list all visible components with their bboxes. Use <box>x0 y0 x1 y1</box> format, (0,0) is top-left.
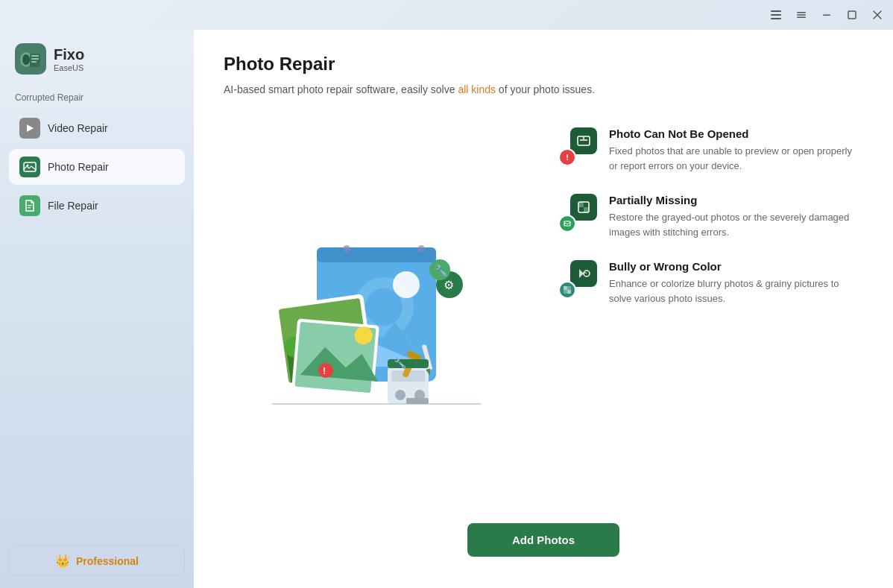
settings-icon[interactable] <box>769 8 783 22</box>
svg-rect-2 <box>771 18 781 19</box>
svg-rect-3 <box>797 12 806 13</box>
page-subtitle: AI-based smart photo repair software, ea… <box>224 82 863 98</box>
cannot-open-badge: ! <box>558 148 576 166</box>
app-logo <box>15 43 46 75</box>
feature-desc-partially-missing: Restore the grayed-out photos or the sev… <box>609 210 863 239</box>
sidebar-item-photo-repair[interactable]: Photo Repair <box>9 149 185 185</box>
app-body: Fixo EaseUS Corrupted Repair Video Repai… <box>0 30 893 588</box>
feature-icon-wrong-color <box>558 260 597 299</box>
feature-text-cannot-open: Photo Can Not Be Opened Fixed photos tha… <box>609 127 863 173</box>
wrong-color-badge <box>558 281 576 299</box>
menu-icon[interactable] <box>795 8 808 22</box>
svg-rect-65 <box>584 207 589 212</box>
wrong-color-icon-bg <box>570 260 597 287</box>
svg-point-42 <box>395 390 406 400</box>
feature-wrong-color: Bully or Wrong Color Enhance or colorize… <box>558 260 863 306</box>
svg-point-58 <box>343 245 350 253</box>
app-name: Fixo <box>54 46 84 63</box>
svg-text:🔧: 🔧 <box>435 265 448 277</box>
feature-icon-partially-missing <box>558 194 597 233</box>
maximize-icon[interactable] <box>845 8 859 22</box>
sidebar-footer: 👑 Professional <box>0 534 194 588</box>
svg-rect-1 <box>771 14 781 16</box>
subtitle-highlight: all kinds <box>458 83 496 95</box>
add-photos-area: Add Photos <box>224 523 863 564</box>
svg-marker-17 <box>27 124 34 132</box>
file-repair-icon <box>19 195 40 216</box>
photo-repair-icon <box>19 157 40 177</box>
professional-button[interactable]: 👑 Professional <box>9 546 185 576</box>
svg-rect-70 <box>564 290 567 294</box>
sidebar-item-video-repair[interactable]: Video Repair <box>9 110 185 146</box>
partially-missing-badge <box>558 215 576 233</box>
feature-title-partially-missing: Partially Missing <box>609 194 863 206</box>
video-repair-label: Video Repair <box>48 122 108 134</box>
feature-text-wrong-color: Bully or Wrong Color Enhance or colorize… <box>609 260 863 306</box>
content-area: 🔧 ⚙ 🔧 ! <box>224 120 863 508</box>
svg-rect-21 <box>28 207 31 208</box>
minimize-icon[interactable] <box>820 8 833 22</box>
svg-point-54 <box>318 363 333 378</box>
svg-point-28 <box>393 271 420 298</box>
svg-rect-64 <box>578 202 584 207</box>
svg-rect-14 <box>31 55 39 57</box>
logo-text: Fixo EaseUS <box>54 46 84 72</box>
feature-title-cannot-open: Photo Can Not Be Opened <box>609 127 863 140</box>
sidebar: Fixo EaseUS Corrupted Repair Video Repai… <box>0 30 194 588</box>
feature-icon-cannot-open: ! <box>558 127 597 166</box>
svg-text:!: ! <box>323 366 326 376</box>
crown-icon: 👑 <box>55 554 70 568</box>
photo-repair-label: Photo Repair <box>48 161 109 173</box>
svg-rect-68 <box>564 286 567 290</box>
feature-text-partially-missing: Partially Missing Restore the grayed-out… <box>609 194 863 239</box>
file-repair-label: File Repair <box>48 200 98 212</box>
svg-point-12 <box>22 54 30 65</box>
page-title: Photo Repair <box>224 54 863 75</box>
main-content: Photo Repair AI-based smart photo repair… <box>194 30 893 588</box>
titlebar <box>0 0 893 30</box>
close-icon[interactable] <box>871 8 884 22</box>
feature-title-wrong-color: Bully or Wrong Color <box>609 260 863 273</box>
partially-missing-icon-bg <box>570 194 597 221</box>
illustration: 🔧 ⚙ 🔧 ! <box>257 210 496 419</box>
features-area: ! Photo Can Not Be Opened Fixed photos t… <box>558 120 863 508</box>
illustration-area: 🔧 ⚙ 🔧 ! <box>224 120 528 508</box>
svg-text:⚙: ⚙ <box>444 279 454 291</box>
cannot-open-icon-bg <box>570 127 597 154</box>
sidebar-item-file-repair[interactable]: File Repair <box>9 188 185 224</box>
svg-rect-4 <box>797 14 806 16</box>
svg-rect-6 <box>823 15 830 16</box>
feature-partially-missing: Partially Missing Restore the grayed-out… <box>558 194 863 239</box>
svg-rect-20 <box>28 205 32 206</box>
svg-point-59 <box>417 245 425 253</box>
feature-desc-cannot-open: Fixed photos that are unable to preview … <box>609 144 863 173</box>
svg-rect-15 <box>31 58 39 60</box>
svg-rect-5 <box>797 17 806 19</box>
logo-area: Fixo EaseUS <box>0 30 194 86</box>
svg-rect-57 <box>406 398 429 404</box>
svg-rect-16 <box>31 61 37 63</box>
svg-rect-7 <box>848 11 856 19</box>
feature-desc-wrong-color: Enhance or colorize blurry photos & grai… <box>609 276 863 306</box>
feature-cannot-open: ! Photo Can Not Be Opened Fixed photos t… <box>558 127 863 173</box>
video-repair-icon <box>19 118 40 139</box>
pro-label: Professional <box>76 555 139 567</box>
svg-rect-0 <box>771 10 781 12</box>
svg-rect-69 <box>567 286 571 290</box>
svg-text:🔧: 🔧 <box>394 357 407 370</box>
app-subtitle: EaseUS <box>54 63 84 72</box>
svg-rect-71 <box>567 290 571 294</box>
sidebar-nav: Video Repair Photo Repair <box>0 107 194 534</box>
section-label: Corrupted Repair <box>0 86 194 107</box>
add-photos-button[interactable]: Add Photos <box>467 523 619 557</box>
